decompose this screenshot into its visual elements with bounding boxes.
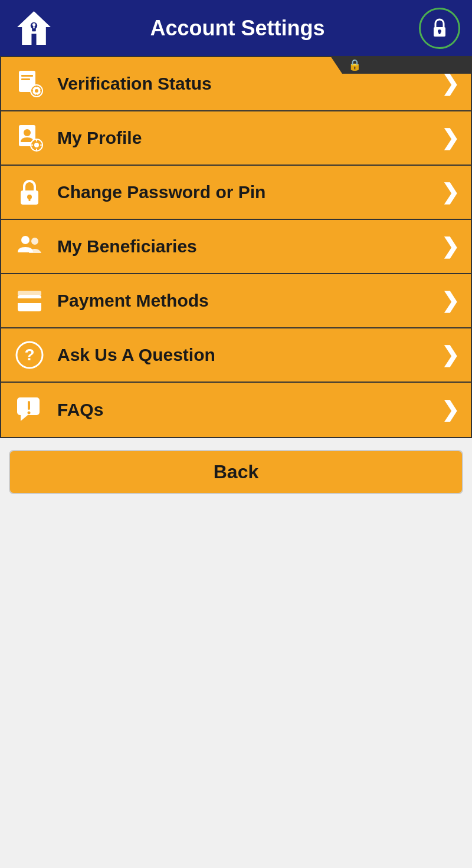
ask-question-label: Ask Us A Question (57, 345, 441, 365)
back-button[interactable]: Back (9, 450, 463, 494)
lock-circle-button[interactable] (419, 8, 460, 49)
svg-rect-25 (40, 144, 42, 146)
chevron-icon-0: ❯ (441, 71, 459, 96)
svg-rect-34 (30, 305, 35, 310)
menu-list: Verification Status ❯ My Profile ❯ (0, 56, 472, 438)
faqs-icon (13, 394, 45, 426)
menu-item-ask-question[interactable]: ? Ask Us A Question ❯ (1, 328, 471, 383)
svg-rect-16 (31, 90, 33, 91)
svg-marker-38 (21, 415, 28, 421)
svg-rect-9 (21, 75, 33, 77)
svg-rect-10 (21, 78, 30, 80)
chevron-icon-1: ❯ (441, 126, 459, 150)
payment-icon (13, 285, 45, 317)
svg-point-19 (24, 129, 31, 136)
svg-rect-17 (40, 90, 42, 91)
chevron-icon-3: ❯ (441, 234, 459, 259)
my-profile-label: My Profile (57, 128, 441, 148)
password-icon (13, 176, 45, 209)
page-title: Account Settings (56, 16, 419, 41)
menu-item-change-password[interactable]: Change Password or Pin ❯ (1, 166, 471, 220)
svg-point-29 (21, 236, 30, 244)
dropdown-bar: 🔒 (342, 56, 472, 74)
svg-text:?: ? (24, 346, 34, 364)
dropdown-lock-icon: 🔒 (348, 58, 361, 71)
menu-item-payment-methods[interactable]: Payment Methods ❯ (1, 274, 471, 328)
svg-rect-32 (18, 298, 41, 303)
svg-rect-33 (19, 305, 28, 310)
svg-rect-4 (33, 26, 34, 28)
svg-point-3 (32, 23, 36, 27)
menu-item-my-profile[interactable]: My Profile ❯ (1, 111, 471, 166)
chevron-icon-6: ❯ (441, 397, 459, 422)
svg-rect-39 (28, 401, 30, 410)
svg-point-30 (31, 238, 38, 245)
home-button[interactable] (12, 6, 56, 50)
payment-methods-label: Payment Methods (57, 291, 441, 311)
chevron-icon-4: ❯ (441, 288, 459, 313)
svg-point-13 (35, 89, 38, 93)
svg-rect-22 (36, 140, 37, 142)
question-icon: ? (13, 339, 45, 371)
profile-icon (13, 122, 45, 154)
faqs-label: FAQs (57, 400, 441, 420)
dropdown-arrow (330, 56, 342, 74)
svg-point-21 (34, 143, 39, 147)
verification-icon (13, 68, 45, 100)
header: Account Settings (0, 0, 472, 56)
home-icon (15, 9, 53, 47)
svg-rect-24 (31, 144, 33, 146)
back-button-label: Back (214, 461, 259, 483)
beneficiaries-icon (13, 231, 45, 263)
menu-item-my-beneficiaries[interactable]: My Beneficiaries ❯ (1, 220, 471, 274)
chevron-icon-2: ❯ (441, 180, 459, 205)
my-beneficiaries-label: My Beneficiaries (57, 236, 441, 257)
verification-status-label: Verification Status (57, 74, 441, 94)
menu-item-faqs[interactable]: FAQs ❯ (1, 383, 471, 437)
lock-icon (427, 16, 452, 41)
svg-rect-28 (28, 198, 30, 201)
svg-rect-14 (36, 86, 37, 87)
change-password-label: Change Password or Pin (57, 182, 441, 202)
svg-point-40 (27, 412, 30, 415)
svg-rect-7 (439, 32, 441, 34)
svg-rect-15 (36, 94, 37, 96)
svg-rect-23 (36, 149, 37, 150)
chevron-icon-5: ❯ (441, 343, 459, 367)
